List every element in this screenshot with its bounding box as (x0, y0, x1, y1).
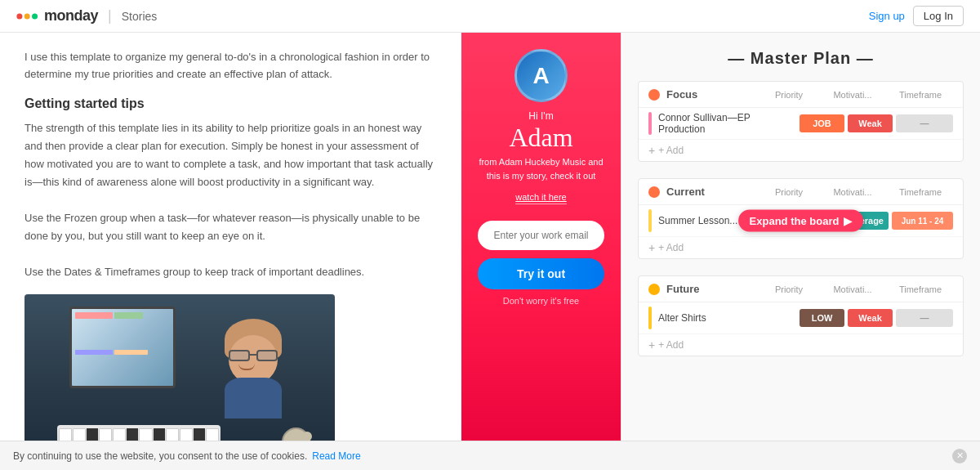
logo-divider: | (108, 7, 112, 25)
focus-section-name: Focus (666, 88, 754, 101)
header-left: monday | Stories (16, 7, 157, 25)
current-col-timeframe: Timeframe (888, 187, 953, 197)
email-input[interactable] (478, 221, 604, 250)
tips-body: The strength of this template lies in it… (24, 119, 437, 282)
add-row[interactable]: + + Add (639, 237, 963, 258)
timeframe-tag: — (896, 309, 953, 327)
expand-arrow-icon: ▶ (844, 215, 852, 227)
expand-label: Expand the board (750, 215, 840, 227)
row-name: Connor Sullivan—EP Production (658, 112, 796, 135)
timeframe-tag: Jun 11 - 24 (892, 212, 953, 230)
row-color-bar (648, 112, 652, 135)
table-row: Connor Sullivan—EP Production JOB Weak — (639, 108, 963, 140)
focus-dot (648, 89, 660, 101)
monday-logo: monday (16, 7, 98, 25)
hi-label: Hi I'm (528, 110, 553, 122)
cookie-banner: By continuing to use the website, you co… (0, 441, 980, 470)
left-panel: I use this template to organize my gener… (0, 33, 461, 470)
current-section: Current Priority Motivati... Timeframe S… (638, 178, 964, 259)
tips-title: Getting started tips (24, 96, 437, 111)
future-col-motivation: Motivati... (824, 284, 881, 294)
expand-board-button[interactable]: Expand the board ▶ (738, 210, 864, 232)
logo-wordmark: monday (44, 7, 98, 25)
name-signature: Adam (509, 123, 572, 152)
motivation-tag: Weak (848, 114, 893, 132)
avatar: A (514, 49, 568, 102)
current-col-priority: Priority (760, 187, 817, 197)
board-panel: — Master Plan — Focus Priority Motivati.… (621, 33, 980, 470)
tips-para-3: Use the Dates & Timeframes group to keep… (24, 263, 437, 281)
cookie-text: By continuing to use the website, you co… (13, 450, 307, 462)
row-name: Alter Shirts (658, 312, 796, 324)
row-color-bar (648, 307, 652, 329)
focus-section-header: Focus Priority Motivati... Timeframe (639, 82, 963, 108)
current-dot (648, 186, 660, 198)
tips-para-1: The strength of this template lies in it… (24, 119, 437, 191)
tips-para-2: Use the Frozen group when a task—for wha… (24, 209, 437, 245)
table-row: Summer Lesson... FROZEN Average Jun 11 -… (639, 205, 963, 237)
motivation-tag: Weak (848, 309, 893, 327)
signup-modal: A Hi I'm Adam from Adam Huckeby Music an… (461, 33, 621, 470)
current-col-motivation: Motivati... (824, 187, 881, 197)
add-row[interactable]: + + Add (639, 140, 963, 161)
header: monday | Stories Sign up Log In (0, 0, 980, 33)
future-col-timeframe: Timeframe (888, 284, 953, 294)
timeframe-tag: — (896, 114, 953, 132)
header-right: Sign up Log In (869, 6, 964, 26)
add-icon: + (648, 241, 655, 254)
priority-tag: LOW (800, 309, 844, 327)
future-col-priority: Priority (760, 284, 817, 294)
monday-logo-icon (16, 10, 39, 23)
signup-button[interactable]: Sign up (869, 10, 905, 22)
focus-col-priority: Priority (760, 90, 817, 100)
board-title: — Master Plan — (638, 49, 964, 68)
add-label: + Add (658, 242, 684, 253)
focus-section: Focus Priority Motivati... Timeframe Con… (638, 81, 964, 162)
tips-section: Getting started tips The strength of thi… (24, 96, 437, 282)
add-row[interactable]: + + Add (639, 334, 963, 356)
future-section-name: Future (666, 283, 754, 295)
current-section-header: Current Priority Motivati... Timeframe (639, 179, 963, 205)
future-section: Future Priority Motivati... Timeframe Al… (638, 275, 964, 356)
from-text: from Adam Huckeby Music and this is my s… (474, 155, 608, 182)
watch-link[interactable]: watch it here (515, 192, 566, 204)
svg-point-1 (24, 13, 30, 19)
current-section-name: Current (666, 186, 754, 198)
future-section-header: Future Priority Motivati... Timeframe (639, 276, 963, 302)
future-dot (648, 284, 660, 295)
svg-point-0 (16, 13, 22, 19)
cookie-close-button[interactable]: ✕ (952, 449, 967, 463)
svg-point-2 (32, 13, 38, 19)
try-it-out-button[interactable]: Try it out (478, 258, 604, 289)
row-color-bar (648, 209, 652, 232)
dont-worry-label: Don't worry it's free (503, 296, 579, 306)
focus-col-timeframe: Timeframe (888, 90, 953, 100)
login-button[interactable]: Log In (913, 6, 964, 26)
focus-col-motivation: Motivati... (824, 90, 881, 100)
cookie-read-more[interactable]: Read More (312, 450, 360, 462)
add-icon: + (648, 144, 655, 157)
table-row: Alter Shirts LOW Weak — (639, 302, 963, 334)
intro-text: I use this template to organize my gener… (24, 49, 437, 83)
main-content: I use this template to organize my gener… (0, 33, 980, 470)
priority-tag: JOB (800, 114, 844, 132)
add-label: + Add (658, 145, 684, 156)
stories-label: Stories (122, 10, 158, 23)
add-label: + Add (658, 339, 684, 351)
add-icon: + (648, 338, 655, 351)
